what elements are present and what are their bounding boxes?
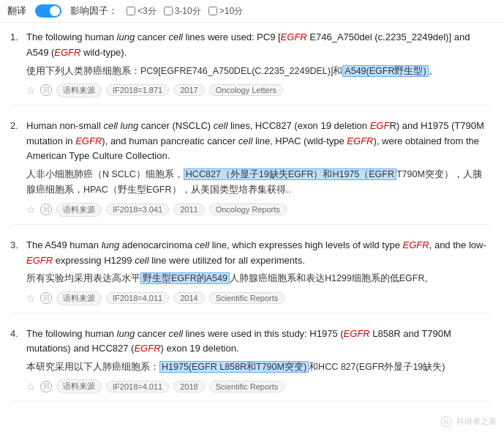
year-badge-4: 2018 — [173, 381, 204, 393]
translate-toggle[interactable] — [35, 4, 61, 18]
result-num-2: 2. — [10, 119, 22, 217]
year-badge-2: 2011 — [173, 204, 204, 215]
italic-cell-3b: cell — [135, 255, 149, 266]
italic-cell-2b: cell — [238, 135, 253, 146]
italic-lung-1: lung — [117, 31, 135, 42]
top-bar: 翻译 影响因子： <3分 3-10分 >10分 — [0, 0, 504, 23]
en-text-4: The following human lung cancer cell lin… — [26, 327, 491, 357]
source-badge-2[interactable]: 语料来源 — [56, 203, 102, 217]
highlight-2: HCC827（外显子19缺失EGFR）和H1975（EGFR — [184, 168, 396, 180]
egfr-4b: EGFR — [134, 343, 160, 354]
highlight-3: 野生型EGFR的A549 — [140, 272, 230, 284]
egfr-2b: EGFR — [75, 135, 102, 146]
zh-text-1: 使用下列人类肺癌细胞系：PC9[EGFRE746_A750DEL(C.2235_… — [26, 64, 491, 79]
result-item-3: 3. The A549 human lung adenocarcinoma ce… — [10, 238, 491, 313]
circle-icon-1[interactable]: 回 — [40, 84, 52, 96]
meta-row-2: ☆ 回 语料来源 IF2018=3.041 2011 Oncology Repo… — [26, 203, 491, 217]
en-text-2: Human non-small cell lung cancer (NSCLC)… — [26, 119, 491, 164]
circle-icon-2[interactable]: 回 — [40, 204, 52, 215]
year-badge-1: 2017 — [173, 84, 204, 96]
highlight-1: A549(EGFR野生型) — [342, 65, 428, 77]
egfr-2c: EGFR — [347, 135, 373, 146]
journal-badge-1: Oncology Letters — [209, 84, 283, 96]
result-item-2: 2. Human non-small cell lung cancer (NSC… — [10, 119, 491, 225]
factor-label: 影响因子： — [70, 4, 118, 18]
source-badge-4[interactable]: 语料来源 — [56, 379, 102, 393]
if-badge-1: IF2018=1.871 — [106, 84, 169, 96]
result-body-2: Human non-small cell lung cancer (NSCLC)… — [26, 119, 491, 217]
result-item-4: 4. The following human lung cancer cell … — [10, 327, 491, 402]
circle-icon-3[interactable]: 回 — [40, 292, 52, 304]
star-icon-1[interactable]: ☆ — [26, 84, 36, 96]
year-badge-3: 2014 — [173, 292, 204, 304]
italic-cell-4: cell — [168, 328, 183, 339]
en-text-3: The A549 human lung adenocarcinoma cell … — [26, 238, 491, 269]
content: 1. The following human lung cancer cell … — [0, 23, 504, 422]
egfr-3a: EGFR — [403, 239, 429, 250]
if-badge-3: IF2018=4.011 — [106, 292, 169, 304]
egfr-1a: EGFR — [281, 31, 307, 42]
journal-badge-3: Scientific Reports — [209, 292, 285, 304]
zh-text-4: 本研究采用以下人肺癌细胞系：H1975(EGFR L858R和T790M突变)和… — [26, 360, 491, 375]
meta-row-4: ☆ 回 语料来源 IF2018=4.011 2018 Scientific Re… — [26, 379, 491, 393]
result-num-4: 4. — [10, 327, 22, 394]
italic-cell-lung-2: cell lung — [104, 120, 139, 131]
highlight-4: H1975(EGFR L858R和T790M突变) — [159, 361, 309, 373]
italic-cell-2: cell — [214, 120, 228, 131]
italic-lung-4: lung — [117, 328, 135, 339]
result-body-4: The following human lung cancer cell lin… — [26, 327, 491, 394]
translate-label: 翻译 — [7, 4, 26, 18]
italic-lung-3: lung — [102, 239, 120, 250]
if-badge-2: IF2018=3.041 — [106, 204, 169, 215]
journal-badge-2: Oncology Reports — [209, 204, 287, 215]
journal-badge-4: Scientific Reports — [209, 381, 285, 393]
result-num-1: 1. — [10, 30, 22, 97]
meta-row-1: ☆ 回 语料来源 IF2018=1.871 2017 Oncology Lett… — [26, 83, 491, 97]
factor-checkbox-2[interactable] — [164, 7, 173, 15]
star-icon-4[interactable]: ☆ — [26, 381, 36, 393]
zh-text-2: 人非小细胞肺癌（N SCLC）细胞系，HCC827（外显子19缺失EGFR）和H… — [26, 167, 491, 198]
egfr-3b: EGFR — [26, 255, 53, 266]
factor-checkbox-3[interactable] — [208, 7, 217, 15]
factor-option-3[interactable]: >10分 — [208, 5, 243, 18]
result-item-1: 1. The following human lung cancer cell … — [10, 30, 491, 105]
star-icon-2[interactable]: ☆ — [26, 204, 36, 215]
source-badge-1[interactable]: 语料来源 — [56, 83, 102, 97]
egfr-2a: EGF — [370, 120, 390, 131]
en-text-1: The following human lung cancer cell lin… — [26, 30, 491, 61]
factor-checkbox-1[interactable] — [127, 7, 135, 15]
star-icon-3[interactable]: ☆ — [26, 292, 36, 304]
italic-cell-3: cell — [195, 239, 210, 250]
egfr-4a: EGFR — [344, 328, 370, 339]
result-body-3: The A549 human lung adenocarcinoma cell … — [26, 238, 491, 305]
source-badge-3[interactable]: 语料来源 — [56, 291, 102, 305]
toggle-knob — [50, 6, 60, 16]
result-num-3: 3. — [10, 238, 22, 305]
if-badge-4: IF2018=4.011 — [106, 381, 169, 393]
factor-option-1[interactable]: <3分 — [127, 5, 157, 18]
factor-options: <3分 3-10分 >10分 — [127, 5, 243, 18]
zh-text-3: 所有实验均采用表达高水平野生型EGFR的A549人肺腺癌细胞系和表达H1299细… — [26, 271, 491, 286]
italic-cell-1: cell — [168, 31, 183, 42]
factor-option-2[interactable]: 3-10分 — [164, 5, 201, 18]
circle-icon-4[interactable]: 回 — [40, 381, 52, 393]
meta-row-3: ☆ 回 语料来源 IF2018=4.011 2014 Scientific Re… — [26, 291, 491, 305]
egfr-1b: EGFR — [54, 47, 80, 58]
result-body-1: The following human lung cancer cell lin… — [26, 30, 491, 97]
